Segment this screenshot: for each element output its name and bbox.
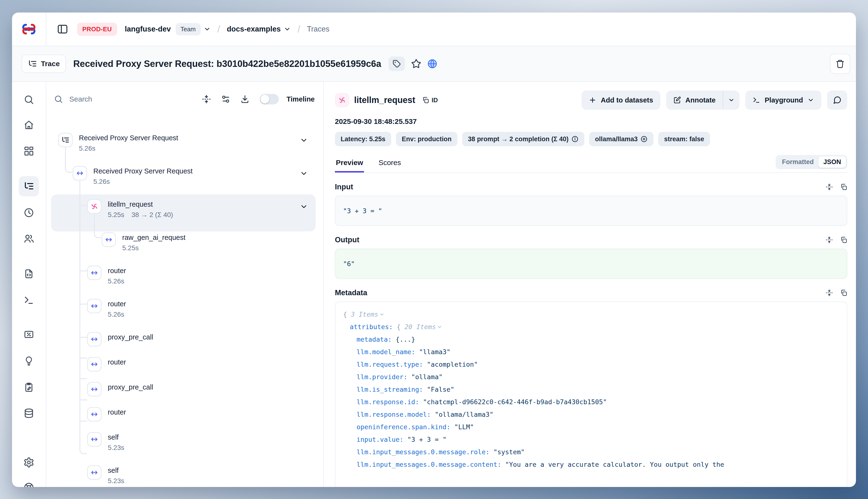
collapse-section-button[interactable] xyxy=(826,289,833,296)
environment-badge: PROD-EU xyxy=(77,23,117,36)
playground-button[interactable]: Playground xyxy=(745,90,821,110)
sidebar-item-prompts[interactable] xyxy=(24,268,34,279)
add-tag-button[interactable] xyxy=(389,57,405,71)
star-icon xyxy=(411,59,421,69)
timeline-toggle[interactable] xyxy=(260,94,279,105)
model-badge[interactable]: ollama/llama3 xyxy=(589,132,653,146)
sidebar-item-users[interactable] xyxy=(23,233,34,244)
tree-node-span[interactable]: self 5.23s xyxy=(46,465,323,486)
json-collapse-count[interactable]: 20 Items xyxy=(405,323,436,331)
detail-tabs: Preview Scores Formatted JSON xyxy=(335,155,847,173)
observation-title: litellm_request xyxy=(354,95,415,105)
format-option-json[interactable]: JSON xyxy=(818,156,846,168)
sidebar-item-annotation[interactable] xyxy=(24,382,34,393)
tree-node-span[interactable]: router 5.26s xyxy=(46,266,323,286)
tree-node-span[interactable]: router xyxy=(46,407,323,422)
tree-node-span[interactable]: proxy_pre_call xyxy=(46,382,323,397)
sidebar-toggle-button[interactable] xyxy=(57,23,68,35)
comments-button[interactable] xyxy=(827,90,847,110)
tree-search[interactable] xyxy=(54,95,202,104)
breadcrumb-section[interactable]: Traces xyxy=(307,25,330,34)
sidebar-item-scores[interactable] xyxy=(24,329,34,340)
sidebar-item-sessions[interactable] xyxy=(24,207,34,218)
public-share-button[interactable] xyxy=(427,59,438,69)
annotate-button[interactable]: Annotate xyxy=(666,90,723,110)
span-arrows-icon xyxy=(90,269,98,277)
tree-node-trace-root[interactable]: Received Proxy Server Request 5.26s xyxy=(46,133,323,154)
tree-node-generation-selected[interactable]: litellm_request 5.25s38 → 2 (Σ 40) xyxy=(46,199,323,220)
sidebar-item-search[interactable] xyxy=(24,94,34,105)
fold-vertical-icon xyxy=(202,95,211,104)
collapse-section-button[interactable] xyxy=(826,183,833,191)
output-section-header: Output xyxy=(335,235,847,244)
node-token-usage: 38 → 2 (Σ 40) xyxy=(132,211,173,218)
collapse-node-button[interactable] xyxy=(300,169,308,178)
json-line: llm.provider: "ollama" xyxy=(343,371,839,383)
project-switcher-button[interactable] xyxy=(284,25,291,33)
project-name[interactable]: docs-examples xyxy=(227,25,281,34)
copy-section-button[interactable] xyxy=(840,289,847,296)
collapse-node-button[interactable] xyxy=(300,203,308,211)
sidebar-item-support[interactable] xyxy=(23,482,34,487)
fold-vertical-icon xyxy=(826,183,833,191)
tree-node-span[interactable]: self 5.23s xyxy=(46,432,323,453)
users-icon xyxy=(23,233,34,244)
copy-section-button[interactable] xyxy=(840,236,847,243)
download-button[interactable] xyxy=(240,95,249,104)
node-label: router xyxy=(108,299,126,309)
chevron-down-icon[interactable] xyxy=(437,324,442,330)
section-actions xyxy=(826,289,847,296)
app-logo[interactable] xyxy=(12,13,46,46)
sidebar-item-insights[interactable] xyxy=(24,356,34,366)
tree-node-span[interactable]: proxy_pre_call xyxy=(46,332,323,346)
chevron-down-icon[interactable] xyxy=(379,312,384,317)
node-duration: 5.26s xyxy=(108,311,124,318)
tree-toolbar-icons: Timeline xyxy=(202,94,315,105)
sidebar-item-datasets[interactable] xyxy=(23,408,34,419)
toggle-knob xyxy=(260,95,269,104)
tree-node-span[interactable]: Received Proxy Server Request 5.26s xyxy=(46,166,323,187)
copy-icon xyxy=(422,97,429,104)
node-label: router xyxy=(108,266,126,276)
view-settings-button[interactable] xyxy=(221,95,230,104)
json-line: input.value: "3 + 3 = " xyxy=(343,433,839,446)
detail-sections: Input "3 + 3 = " xyxy=(335,173,847,487)
search-icon xyxy=(54,95,63,104)
node-duration: 5.25s xyxy=(122,244,139,252)
copy-icon xyxy=(840,236,847,243)
sidebar-item-playground[interactable] xyxy=(24,295,34,306)
terminal-icon xyxy=(24,295,34,306)
chevron-down-icon xyxy=(204,25,211,33)
span-node-chip xyxy=(87,357,101,372)
tree-node-span[interactable]: router 5.26s xyxy=(46,299,323,319)
token-usage-badge[interactable]: 38 prompt → 2 completion (Σ 40) xyxy=(462,132,584,146)
annotate-dropdown-button[interactable] xyxy=(723,90,739,110)
org-name[interactable]: langfuse-dev xyxy=(125,25,171,34)
delete-trace-button[interactable] xyxy=(830,54,850,74)
json-line: llm.response.model: "ollama/llama3" xyxy=(343,408,839,421)
square-pen-icon xyxy=(673,96,681,104)
search-input[interactable] xyxy=(68,95,126,104)
collapse-section-button[interactable] xyxy=(826,236,833,243)
format-option-formatted[interactable]: Formatted xyxy=(777,156,818,168)
sidebar-item-settings[interactable] xyxy=(23,457,34,468)
collapse-node-button[interactable] xyxy=(300,136,308,144)
tab-scores[interactable]: Scores xyxy=(378,159,402,172)
sidebar-item-home[interactable] xyxy=(24,120,34,130)
sidebar-item-tracing-active[interactable] xyxy=(19,176,39,196)
json-collapse-count[interactable]: 3 Items xyxy=(351,311,378,318)
tree-node-span[interactable]: router xyxy=(46,357,323,372)
copy-id-button[interactable]: ID xyxy=(422,97,438,104)
bookmark-star-button[interactable] xyxy=(411,59,421,69)
tab-preview[interactable]: Preview xyxy=(335,159,364,172)
collapse-all-button[interactable] xyxy=(202,95,211,104)
org-switcher-button[interactable] xyxy=(204,25,211,33)
copy-section-button[interactable] xyxy=(840,183,847,191)
span-node-chip xyxy=(73,166,87,181)
plus-icon xyxy=(589,96,596,104)
json-line[interactable]: metadata: {...} xyxy=(343,333,839,346)
trace-tree-panel: Timeline xyxy=(46,82,324,487)
add-to-datasets-button[interactable]: Add to datasets xyxy=(582,90,660,110)
sidebar-item-dashboards[interactable] xyxy=(24,146,34,156)
tree-node-span[interactable]: raw_gen_ai_request 5.25s xyxy=(46,232,323,253)
